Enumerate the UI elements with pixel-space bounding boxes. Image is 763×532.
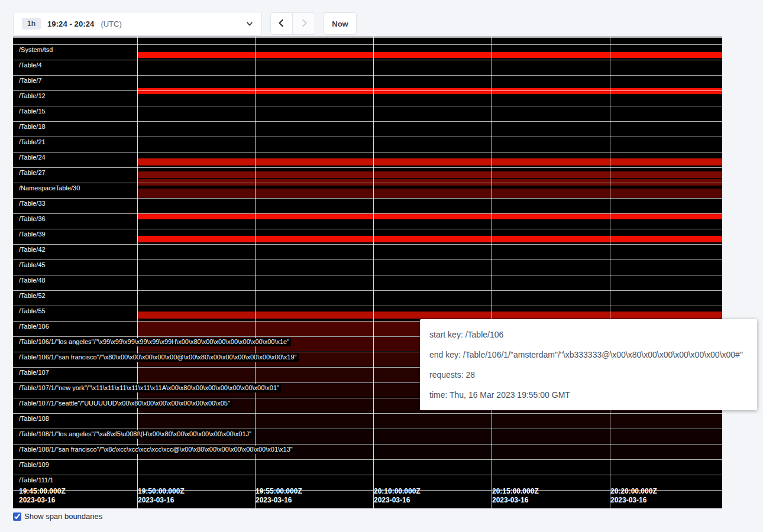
tick-date: 2023-03-16 xyxy=(19,496,66,505)
tooltip-requests: requests: 28 xyxy=(429,365,748,385)
span-boundary-line xyxy=(13,275,722,275)
key-visualizer-canvas[interactable]: /System/tsd/Table/4/Table/7/Table/12/Tab… xyxy=(13,37,722,508)
tick-date: 2023-03-16 xyxy=(256,496,302,505)
chevron-left-icon xyxy=(277,19,286,29)
span-boundary-line xyxy=(13,290,722,291)
span-boundary-line xyxy=(13,60,722,60)
span-boundary-line xyxy=(13,429,722,429)
heat-band xyxy=(137,312,722,319)
span-boundary-line xyxy=(13,259,722,260)
span-boundary-line xyxy=(13,475,722,475)
span-key-label: /Table/15 xyxy=(19,108,47,116)
heat-band xyxy=(137,158,722,166)
show-span-boundaries-label: Show span boundaries xyxy=(24,512,102,521)
tick-time: 19:55:00.000Z xyxy=(256,487,302,496)
time-gridline xyxy=(255,37,256,508)
span-key-label: /Table/52 xyxy=(19,292,47,300)
tooltip-start-key: start key: /Table/106 xyxy=(429,325,748,345)
span-boundary-line xyxy=(13,413,722,414)
span-key-label: /Table/24 xyxy=(19,154,47,162)
now-button[interactable]: Now xyxy=(324,12,357,35)
heat-band xyxy=(137,213,722,219)
span-key-label: /Table/107/1/"seattle"/"UUUUUUD\x00\x80\… xyxy=(19,400,232,408)
span-boundary-line xyxy=(13,213,722,214)
span-key-label: /Table/36 xyxy=(19,215,47,223)
span-boundary-line xyxy=(13,167,722,168)
span-key-label: /Table/106 xyxy=(19,323,51,331)
span-key-label: /Table/33 xyxy=(19,200,47,208)
tick-date: 2023-03-16 xyxy=(492,496,539,505)
heat-band xyxy=(137,88,722,94)
time-range-label: 19:24 - 20:24 xyxy=(47,20,94,28)
show-span-boundaries-checkbox[interactable] xyxy=(13,512,21,521)
span-key-label: /Table/55 xyxy=(19,307,47,316)
span-boundary-line xyxy=(13,121,722,122)
span-key-label: /Table/106/1/"los angeles"/"\x99\x99\x99… xyxy=(19,338,291,346)
span-boundary-line xyxy=(13,183,722,183)
time-axis-tick: 19:50:00.000Z2023-03-16 xyxy=(138,487,185,505)
span-key-label: /Table/12 xyxy=(19,92,47,100)
span-key-label: /Table/107/1/"new york"/"\x11\x11\x11\x1… xyxy=(19,384,281,392)
timezone-label: (UTC) xyxy=(101,20,121,28)
span-boundary-line xyxy=(13,90,722,91)
span-key-label: /Table/7 xyxy=(19,77,44,85)
tick-date: 2023-03-16 xyxy=(610,496,657,505)
next-window-button[interactable] xyxy=(293,12,315,35)
span-boundary-line xyxy=(13,44,722,45)
span-boundary-line xyxy=(13,244,722,245)
span-boundary-line xyxy=(13,75,722,76)
tick-time: 19:45:00.000Z xyxy=(19,487,66,496)
tick-date: 2023-03-16 xyxy=(374,496,421,505)
time-window-pager xyxy=(270,12,315,35)
span-key-label: /Table/39 xyxy=(19,231,47,239)
span-boundary-line xyxy=(13,137,722,137)
span-key-label: /Table/42 xyxy=(19,246,47,254)
span-boundary-line xyxy=(13,152,722,153)
span-key-label: /Table/108/1/"san francisco"/"\x8c\xcc\x… xyxy=(19,446,295,454)
span-boundary-line xyxy=(13,229,722,229)
span-key-label: /Table/4 xyxy=(19,61,44,70)
span-key-label: /System/tsd xyxy=(19,46,54,54)
chevron-down-icon xyxy=(246,20,253,27)
prev-window-button[interactable] xyxy=(270,12,293,35)
tick-date: 2023-03-16 xyxy=(138,496,185,505)
tick-time: 20:20:00.000Z xyxy=(610,487,657,496)
span-key-label: /Table/106/1/"san francisco"/"\x80\x00\x… xyxy=(19,353,299,362)
span-key-label: /Table/108 xyxy=(19,415,51,423)
heat-band xyxy=(137,52,722,58)
span-key-label: /Table/109 xyxy=(19,461,51,469)
time-gridline xyxy=(610,37,610,508)
span-boundary-line xyxy=(13,37,722,38)
span-boundary-line xyxy=(13,306,722,306)
tooltip-time: time: Thu, 16 Mar 2023 19:55:00 GMT xyxy=(429,385,748,405)
tick-time: 20:15:00.000Z xyxy=(492,487,539,496)
chevron-right-icon xyxy=(300,19,308,29)
span-key-label: /Table/21 xyxy=(19,138,47,147)
span-key-label: /Table/18 xyxy=(19,123,47,131)
span-key-label: /NamespaceTable/30 xyxy=(19,184,82,193)
span-boundary-line xyxy=(13,444,722,445)
span-boundary-line xyxy=(13,459,722,460)
time-axis-tick: 20:15:00.000Z2023-03-16 xyxy=(492,487,539,505)
heat-band xyxy=(137,189,722,198)
span-boundary-line xyxy=(13,106,722,106)
time-gridline xyxy=(492,37,492,508)
tick-time: 20:10:00.000Z xyxy=(374,487,421,496)
span-tooltip: start key: /Table/106 end key: /Table/10… xyxy=(420,319,757,410)
heat-band xyxy=(137,414,722,428)
span-boundary-line xyxy=(13,198,722,199)
span-key-label: /Table/107 xyxy=(19,369,51,377)
span-key-label: /Table/108/1/"los angeles"/"\xa8\xf5\u00… xyxy=(19,430,253,439)
time-controls-toolbar: 1h 19:24 - 20:24 (UTC) Now xyxy=(13,12,357,35)
tick-time: 19:50:00.000Z xyxy=(138,487,185,496)
time-gridline xyxy=(373,37,374,508)
span-key-label: /Table/48 xyxy=(19,277,47,285)
span-key-label: /Table/111/1 xyxy=(19,476,55,485)
time-window-dropdown[interactable]: 1h 19:24 - 20:24 (UTC) xyxy=(13,12,262,35)
span-key-label: /Table/27 xyxy=(19,169,47,177)
time-axis-tick: 19:55:00.000Z2023-03-16 xyxy=(256,487,302,505)
heat-band xyxy=(137,171,722,178)
tooltip-end-key: end key: /Table/106/1/"amsterdam"/"\xb33… xyxy=(429,345,748,365)
show-span-boundaries-control: Show span boundaries xyxy=(13,512,102,521)
span-key-label: /Table/45 xyxy=(19,261,47,270)
